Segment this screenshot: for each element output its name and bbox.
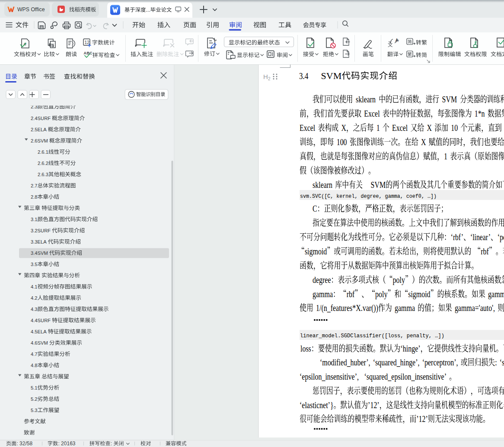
svg-text:Excel: Excel bbox=[392, 123, 408, 133]
svg-text:‘poly’: ‘poly’ bbox=[498, 232, 504, 242]
svg-text:Excel: Excel bbox=[364, 108, 380, 119]
svg-text:SVM: SVM bbox=[321, 70, 342, 81]
svg-text:2.8: 2.8 bbox=[31, 194, 38, 200]
svg-text:rbf: rbf bbox=[347, 289, 355, 299]
svg-text:loss: loss bbox=[300, 343, 311, 354]
svg-text:3.3ELA: 3.3ELA bbox=[31, 239, 47, 244]
svg-text:‘squared_epsilon_insensitive’: ‘squared_epsilon_insensitive’ bbox=[364, 371, 447, 382]
svg-text:ABC: ABC bbox=[84, 51, 93, 55]
svg-text::: : bbox=[58, 441, 59, 447]
svg-text:32/58: 32/58 bbox=[19, 441, 32, 447]
svg-text:5.3: 5.3 bbox=[31, 408, 38, 413]
svg-text:‘squared: ‘squared bbox=[500, 357, 504, 368]
svg-text:10: 10 bbox=[451, 123, 458, 133]
svg-text:1*n: 1*n bbox=[475, 108, 485, 119]
svg-text:SVM: SVM bbox=[371, 180, 386, 190]
svg-text:2: 2 bbox=[268, 76, 271, 81]
svg-text:Excel: Excel bbox=[300, 123, 315, 133]
svg-text:poly: poly bbox=[393, 275, 405, 285]
svg-text:12: 12 bbox=[85, 40, 90, 45]
svg-text:‘modified_huber’,: ‘modified_huber’, bbox=[320, 357, 370, 368]
svg-text:linear_model.SGDClassifier([lo: linear_model.SGDClassifier([loss, penalt… bbox=[300, 333, 444, 339]
svg-text:3.5: 3.5 bbox=[31, 262, 38, 267]
svg-text:1/(n_features*X.var()): 1/(n_features*X.var()) bbox=[316, 303, 378, 313]
svg-text:sigmoid: sigmoid bbox=[408, 289, 431, 299]
svg-text:sklearn: sklearn bbox=[313, 180, 332, 190]
svg-text:‘elasticnet’}: ‘elasticnet’} bbox=[300, 400, 334, 410]
svg-text:3.4: 3.4 bbox=[299, 70, 308, 81]
svg-text:’12’: ’12’ bbox=[416, 414, 428, 424]
svg-text:X: X bbox=[427, 123, 432, 133]
svg-text:3.4SVM: 3.4SVM bbox=[31, 250, 48, 256]
svg-text::: : bbox=[16, 441, 18, 447]
svg-text:2.6.1: 2.6.1 bbox=[38, 149, 48, 155]
svg-text:WPS: WPS bbox=[17, 6, 29, 13]
svg-text:H: H bbox=[263, 73, 268, 80]
svg-text:gamma='auto',: gamma='auto', bbox=[455, 303, 495, 313]
svg-text:4.7: 4.7 bbox=[31, 352, 38, 357]
svg-text:4.6SVM: 4.6SVM bbox=[31, 340, 48, 346]
svg-text:2.6.2: 2.6.2 bbox=[38, 161, 48, 166]
svg-text:4.8: 4.8 bbox=[31, 363, 38, 368]
svg-text:2.5ELA: 2.5ELA bbox=[31, 127, 47, 132]
svg-text:1: 1 bbox=[444, 151, 447, 162]
svg-text:100: 100 bbox=[337, 137, 347, 147]
svg-text:4.4SURF: 4.4SURF bbox=[31, 318, 51, 323]
svg-text:4.1: 4.1 bbox=[31, 284, 38, 289]
svg-text:3.2SURF: 3.2SURF bbox=[31, 228, 51, 233]
svg-text:‘linear’: ‘linear’ bbox=[470, 232, 491, 242]
svg-text:X: X bbox=[421, 137, 426, 147]
svg-text:2.6.3: 2.6.3 bbox=[38, 172, 48, 177]
svg-text:1: 1 bbox=[376, 123, 380, 133]
svg-text:4.3: 4.3 bbox=[31, 307, 38, 312]
svg-text:5.2: 5.2 bbox=[31, 396, 38, 402]
svg-text:Office: Office bbox=[31, 6, 45, 13]
svg-text:poly: poly bbox=[375, 289, 388, 299]
svg-text:20163: 20163 bbox=[61, 441, 76, 447]
svg-text:‘squared_hinge’,: ‘squared_hinge’, bbox=[373, 357, 420, 368]
svg-text:4.5ELA: 4.5ELA bbox=[31, 329, 47, 334]
svg-text:svm.SVC([C, kernel, degree, ga: svm.SVC([C, kernel, degree, gamma, coef0… bbox=[300, 193, 437, 200]
svg-text:gamma: gamma bbox=[395, 303, 415, 313]
svg-text:‘rbf’: ‘rbf’ bbox=[451, 232, 463, 242]
svg-text:gamma: gamma bbox=[313, 289, 333, 299]
svg-text:‘epsilon_insensitive’,: ‘epsilon_insensitive’, bbox=[300, 371, 359, 382]
svg-text:5.1: 5.1 bbox=[31, 385, 38, 390]
svg-text:sklearn: sklearn bbox=[356, 94, 376, 105]
svg-text:3.1: 3.1 bbox=[31, 217, 38, 222]
svg-text::: : bbox=[495, 357, 497, 368]
svg-text:‘perceptron’,: ‘perceptron’, bbox=[422, 357, 458, 368]
svg-text:C: C bbox=[313, 203, 317, 214]
svg-text:sigmoid: sigmoid bbox=[305, 246, 327, 257]
svg-text:gamma=’scale’: gamma=’scale’ bbox=[488, 289, 504, 299]
svg-text:X: X bbox=[341, 123, 346, 133]
svg-text:2.4SURF: 2.4SURF bbox=[31, 116, 51, 121]
svg-text:2.7: 2.7 bbox=[31, 183, 38, 188]
svg-text:SVM: SVM bbox=[442, 94, 457, 105]
svg-text:degree: degree bbox=[313, 275, 331, 285]
svg-text:’12’: ’12’ bbox=[368, 400, 380, 410]
svg-text:...: ... bbox=[146, 7, 150, 13]
svg-text:2.6SVM: 2.6SVM bbox=[31, 138, 48, 143]
svg-text:rbf: rbf bbox=[481, 246, 489, 257]
svg-text:4.2: 4.2 bbox=[31, 295, 38, 301]
svg-text::: : bbox=[111, 441, 112, 447]
svg-text:‘hinge’: ‘hinge’ bbox=[401, 343, 421, 354]
